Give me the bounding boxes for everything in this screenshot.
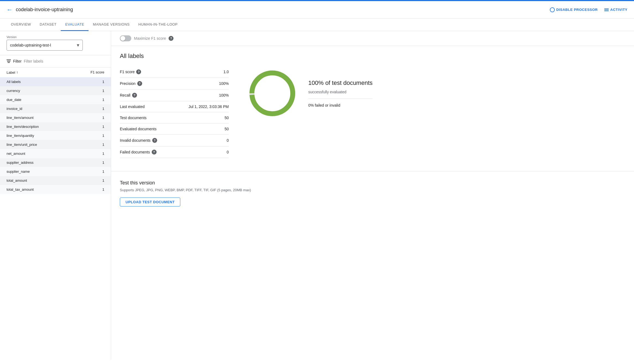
failed-docs-help-icon[interactable]: ?: [152, 150, 157, 155]
f1score-column-title: F1 score: [90, 70, 104, 75]
maximize-f1-row: Maximize F1 score ?: [111, 31, 634, 46]
maximize-f1-toggle[interactable]: [120, 35, 131, 41]
precision-help-icon[interactable]: ?: [137, 81, 142, 86]
sidebar: Version codelab-uptraining-test-l ▾ Filt…: [0, 31, 111, 360]
donut-chart: [245, 66, 300, 121]
activity-icon: [604, 8, 609, 11]
legend-divider: [308, 98, 373, 99]
label-name: line_item/quantity: [7, 134, 34, 138]
label-table: Label ↑ F1 score All labels 1 currency 1…: [0, 67, 111, 194]
metric-label-text: F1 score: [120, 70, 135, 74]
sort-icon[interactable]: ↑: [16, 70, 18, 75]
invalid-docs-help-icon[interactable]: ?: [152, 138, 157, 143]
metric-value-failed-documents: 0: [227, 150, 229, 154]
tab-human-in-the-loop[interactable]: HUMAN-IN-THE-LOOP: [134, 18, 182, 31]
disable-processor-label: DISABLE PROCESSOR: [556, 8, 598, 12]
metrics-chart-row: F1 score ? 1.0 Precision ? 100%: [120, 66, 625, 158]
f1score-help-icon[interactable]: ?: [136, 69, 141, 74]
label-row-supplier-name[interactable]: supplier_name 1: [0, 167, 111, 176]
top-bar: ← codelab-invoice-uptraining DISABLE PRO…: [0, 1, 634, 18]
page-title: codelab-invoice-uptraining: [16, 7, 73, 13]
tab-dataset[interactable]: DATASET: [35, 18, 61, 31]
filter-icon: [7, 60, 11, 63]
top-bar-actions: DISABLE PROCESSOR ACTIVITY: [550, 7, 627, 12]
label-score: 1: [102, 116, 104, 120]
version-section: Version codelab-uptraining-test-l ▾: [0, 31, 111, 55]
metric-value-recall: 100%: [219, 93, 229, 97]
label-row-line-item-amount[interactable]: line_item/amount 1: [0, 113, 111, 122]
metric-label-text: Evaluated documents: [120, 127, 157, 131]
metric-label-text: Invalid documents: [120, 138, 151, 143]
chart-container: 100% of test documents successfully eval…: [245, 66, 373, 121]
label-table-header: Label ↑ F1 score: [0, 67, 111, 77]
label-score: 1: [102, 98, 104, 102]
label-name: due_date: [7, 98, 21, 102]
label-row-total-amount[interactable]: total_amount 1: [0, 176, 111, 185]
disable-processor-button[interactable]: DISABLE PROCESSOR: [550, 7, 598, 12]
main-layout: Version codelab-uptraining-test-l ▾ Filt…: [0, 31, 634, 360]
version-label: Version: [7, 35, 104, 39]
metric-value-f1score: 1.0: [224, 70, 229, 74]
metric-label-text: Test documents: [120, 116, 147, 120]
label-row-all-labels[interactable]: All labels 1: [0, 77, 111, 86]
back-button[interactable]: ←: [7, 6, 13, 13]
label-rows-container: All labels 1 currency 1 due_date 1 invoi…: [0, 77, 111, 194]
label-name: total_tax_amount: [7, 187, 34, 192]
label-name: total_amount: [7, 178, 27, 183]
tab-evaluate[interactable]: EVALUATE: [61, 18, 89, 31]
metric-row-failed-documents: Failed documents ? 0: [120, 146, 229, 158]
label-row-total-tax-amount[interactable]: total_tax_amount 1: [0, 185, 111, 194]
label-name: line_item/description: [7, 125, 39, 129]
metric-row-invalid-documents: Invalid documents ? 0: [120, 135, 229, 146]
metric-label-last-evaluated: Last evaluated: [120, 104, 145, 109]
metric-label-evaluated-documents: Evaluated documents: [120, 127, 157, 131]
tab-overview[interactable]: OVERVIEW: [7, 18, 35, 31]
label-name: line_item/amount: [7, 116, 33, 120]
label-row-supplier-address[interactable]: supplier_address 1: [0, 158, 111, 167]
metric-value-evaluated-documents: 50: [224, 127, 229, 131]
metric-label-text: Last evaluated: [120, 104, 145, 109]
activity-button[interactable]: ACTIVITY: [604, 8, 627, 12]
label-name: All labels: [7, 80, 21, 84]
tab-manage-versions[interactable]: MANAGE VERSIONS: [89, 18, 134, 31]
label-name: supplier_address: [7, 161, 33, 165]
nav-tabs: OVERVIEW DATASET EVALUATE MANAGE VERSION…: [0, 18, 634, 31]
label-column-title: Label: [7, 70, 15, 75]
filter-section: Filter Filter labels: [0, 55, 111, 67]
legend-failed-text: 0% failed or invalid: [308, 103, 373, 107]
version-select-dropdown[interactable]: codelab-uptraining-test-l ▾: [7, 40, 83, 51]
svg-point-1: [252, 73, 293, 114]
metric-value-test-documents: 50: [224, 116, 229, 120]
legend-sub-text: successfully evaluated: [308, 90, 373, 94]
metric-label-f1score: F1 score ?: [120, 69, 141, 74]
label-row-line-item-description[interactable]: line_item/description 1: [0, 122, 111, 131]
label-row-due-date[interactable]: due_date 1: [0, 95, 111, 104]
maximize-f1-help-icon[interactable]: ?: [169, 36, 173, 41]
filter-label: Filter: [13, 59, 22, 63]
test-section: Test this version Supports JPEG, JPG, PN…: [111, 171, 634, 213]
metric-label-text: Precision: [120, 81, 136, 86]
label-name: currency: [7, 89, 20, 93]
label-score: 1: [102, 152, 104, 156]
label-name: invoice_id: [7, 107, 22, 111]
metric-row-recall: Recall ? 100%: [120, 90, 229, 101]
test-section-subtitle: Supports JPEG, JPG, PNG, WEBP, BMP, PDF,…: [120, 188, 625, 192]
metric-label-failed-documents: Failed documents ?: [120, 150, 157, 155]
metric-row-last-evaluated: Last evaluated Jul 1, 2022, 3:03:36 PM: [120, 101, 229, 112]
metric-value-precision: 100%: [219, 81, 229, 86]
label-row-line-item-unit-price[interactable]: line_item/unit_price 1: [0, 140, 111, 149]
label-row-line-item-quantity[interactable]: line_item/quantity 1: [0, 131, 111, 140]
top-bar-left: ← codelab-invoice-uptraining: [7, 6, 545, 13]
label-score: 1: [102, 107, 104, 111]
metric-label-text: Failed documents: [120, 150, 150, 154]
label-score: 1: [102, 134, 104, 138]
label-name: net_amount: [7, 152, 25, 156]
upload-test-document-button[interactable]: UPLOAD TEST DOCUMENT: [120, 198, 180, 206]
label-score: 1: [102, 89, 104, 93]
label-row-net-amount[interactable]: net_amount 1: [0, 149, 111, 158]
metric-label-text: Recall: [120, 93, 130, 97]
label-row-currency[interactable]: currency 1: [0, 86, 111, 95]
recall-help-icon[interactable]: ?: [132, 93, 137, 98]
filter-input[interactable]: Filter labels: [24, 59, 43, 63]
label-row-invoice-id[interactable]: invoice_id 1: [0, 104, 111, 113]
